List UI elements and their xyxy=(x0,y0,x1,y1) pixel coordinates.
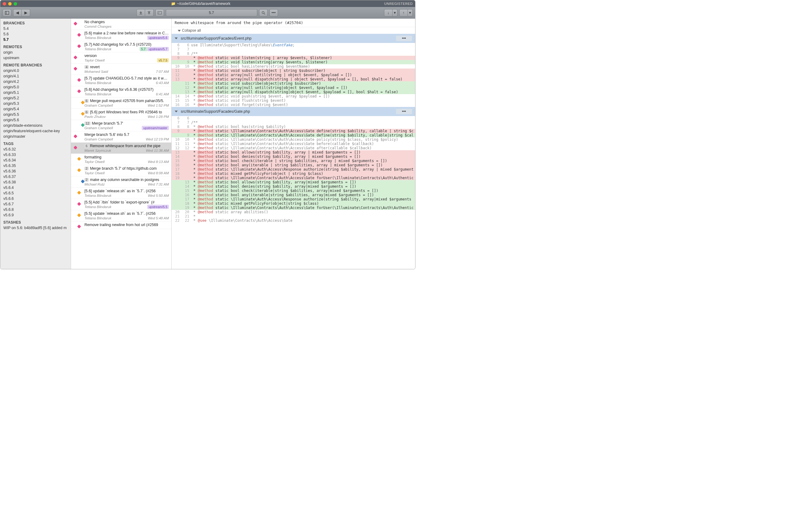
diff-line: 13 * @method static array|null dispatch(… xyxy=(172,90,415,94)
sidebar-item[interactable]: origin/5.5 xyxy=(0,112,71,117)
commit-row[interactable]: Merge branch '5.6' into 5.7Graham Campbe… xyxy=(71,131,171,143)
svg-rect-2 xyxy=(158,11,161,14)
graph-node-icon xyxy=(77,44,81,48)
sidebar-item[interactable]: v5.6.5 xyxy=(0,191,71,196)
sidebar-item[interactable]: v5.6.6 xyxy=(0,196,71,201)
sidebar-item[interactable]: v5.6.33 xyxy=(0,152,71,158)
stash-up-button[interactable]: ↑ xyxy=(399,9,408,16)
ref-badge: upstream/master xyxy=(142,126,169,130)
commit-row[interactable]: 6Remove whitespace from around the pipeM… xyxy=(71,143,171,154)
commit-row[interactable]: 6[5.6] port Windows test fixes PR #25646… xyxy=(71,109,171,120)
svg-line-4 xyxy=(264,13,265,14)
stash-down-menu[interactable]: ▾ xyxy=(393,9,397,16)
commit-row[interactable]: [5.7] Add changelog for v5.7.5 (#25720)T… xyxy=(71,41,171,52)
sidebar-item[interactable]: 5.4 xyxy=(0,26,71,31)
file-count-badge: 2 xyxy=(84,178,89,182)
sidebar-item[interactable]: v5.6.32 xyxy=(0,147,71,152)
search-button[interactable] xyxy=(259,9,268,16)
diff-line: 1515 * @method static void flush(string … xyxy=(172,98,415,103)
sidebar-item[interactable]: v5.6.8 xyxy=(0,207,71,212)
minimize-icon[interactable] xyxy=(8,2,12,5)
stash-up-menu[interactable]: ▾ xyxy=(408,9,413,16)
commit-row[interactable]: No changesCommit Changes xyxy=(71,19,171,30)
diff-line: 1414 * @method static void push(string $… xyxy=(172,94,415,98)
sidebar-item[interactable]: origin/4.2 xyxy=(0,79,71,84)
commit-row[interactable]: 6Merge pull request #25705 from pahan35/… xyxy=(71,98,171,109)
commit-row[interactable]: [5.5] Add `/bin` folder to `export-ignor… xyxy=(71,199,171,210)
sidebar-item[interactable]: v5.6.9 xyxy=(0,212,71,218)
file-count-badge: 12 xyxy=(84,121,91,125)
sidebar-toggle-button[interactable] xyxy=(3,9,11,16)
file-header[interactable]: src/Illuminate/Support/Facades/Gate.php•… xyxy=(172,107,415,116)
file-menu-button[interactable]: ••• xyxy=(396,36,412,41)
file-path: src/Illuminate/Support/Facades/Event.php xyxy=(181,36,252,40)
commit-row[interactable]: [5.6] make a 2 new line before new relea… xyxy=(71,30,171,41)
diff-line: 11 * @method static void subscribe(objec… xyxy=(172,68,415,73)
back-button[interactable]: ◀ xyxy=(13,9,22,16)
diff-line: 14 * @method static bool denies(string $… xyxy=(172,154,415,159)
sidebar-item[interactable]: origin/5.6 xyxy=(0,117,71,123)
commit-row[interactable]: versionTaylor Otwellv5.7.5 xyxy=(71,52,171,64)
sidebar-item[interactable]: v5.6.37 xyxy=(0,174,71,179)
commit-row[interactable]: [5.6] update `release.sh` as in `5.7`. (… xyxy=(71,188,171,199)
commit-row[interactable]: 2Merge branch '5.7' of https://github.co… xyxy=(71,165,171,176)
sidebar-item[interactable]: v5.6.4 xyxy=(0,185,71,191)
file-count-badge: 6 xyxy=(84,110,89,114)
sidebar-item[interactable]: WIP on 5.6: b4b89adf5 [5.6] added m xyxy=(0,225,71,231)
sidebar-item[interactable]: v5.6.34 xyxy=(0,158,71,163)
file-menu-button[interactable]: ••• xyxy=(396,109,412,114)
diff-line: 1010 * @method static bool hasListeners(… xyxy=(172,64,415,68)
sidebar-item[interactable]: v5.6.7 xyxy=(0,201,71,207)
more-button[interactable]: ••• xyxy=(269,9,278,16)
graph-node-icon xyxy=(74,134,77,138)
push-button[interactable] xyxy=(145,9,154,16)
sidebar[interactable]: BRANCHES5.45.65.7REMOTESoriginupstreamRE… xyxy=(0,19,71,269)
sidebar-item[interactable]: origin/master xyxy=(0,134,71,139)
sidebar-item[interactable]: origin/5.0 xyxy=(0,84,71,90)
file-count-badge: 6 xyxy=(84,144,89,148)
commit-title: Remove whitespace from around the pipe o… xyxy=(172,19,415,27)
diff-line: 1616 * @method static void forget(string… xyxy=(172,103,415,107)
sidebar-item[interactable]: origin/blade-extensions xyxy=(0,123,71,128)
graph-node-icon xyxy=(77,202,81,206)
commit-row[interactable]: 12Merge branch '5.7'Graham Campbellupstr… xyxy=(71,120,171,131)
zoom-icon[interactable] xyxy=(14,2,17,5)
commit-row[interactable]: 2make any column searchable in postgresM… xyxy=(71,176,171,188)
sidebar-item[interactable]: v5.6.38 xyxy=(0,179,71,185)
branch-field[interactable]: 5.7 xyxy=(166,9,257,16)
sidebar-item[interactable]: 5.7 xyxy=(0,37,71,42)
diff-line: 14 * @method static bool denies(string $… xyxy=(172,184,415,189)
commit-row[interactable]: [5.5] update `release.sh` as in `5.7`. (… xyxy=(71,210,171,222)
commit-row[interactable]: 4revertMohamed Said 7:07 AM xyxy=(71,64,171,75)
sidebar-item[interactable]: upstream xyxy=(0,55,71,61)
stash-down-button[interactable]: ↓ xyxy=(384,9,393,16)
file-header[interactable]: src/Illuminate/Support/Facades/Event.php… xyxy=(172,34,415,43)
graph-node-icon xyxy=(81,179,85,183)
sidebar-item[interactable]: origin/4.1 xyxy=(0,73,71,79)
sidebar-item[interactable]: origin/5.1 xyxy=(0,90,71,95)
terminal-button[interactable] xyxy=(156,9,164,16)
diff-line: 9 * @method static \Illuminate\Contracts… xyxy=(172,129,415,133)
commit-row[interactable]: Remove trailing newline from hot url (#2… xyxy=(71,222,171,229)
collapse-all-button[interactable]: Collapse all xyxy=(172,27,415,34)
sidebar-item[interactable]: origin/5.4 xyxy=(0,106,71,112)
commit-row[interactable]: [5.6] Add changelog for v5.6.36 (#25707)… xyxy=(71,86,171,98)
forward-button[interactable]: ▶ xyxy=(22,9,30,16)
sidebar-item[interactable]: origin/5.2 xyxy=(0,95,71,101)
pull-button[interactable] xyxy=(137,9,145,16)
diff-line: 17 * @method static \Illuminate\Auth\Acc… xyxy=(172,167,415,171)
titlebar: 📁 ~/code/GitHub/laravel/framework UNREGI… xyxy=(0,0,415,7)
sidebar-section-header: REMOTE BRANCHES xyxy=(0,61,71,68)
sidebar-item[interactable]: origin/feature/eloquent-cache-key xyxy=(0,128,71,134)
commit-row[interactable]: formattingTaylor Otwell Wed 8:13 AM xyxy=(71,154,171,165)
close-icon[interactable] xyxy=(3,2,6,5)
sidebar-item[interactable]: origin xyxy=(0,50,71,55)
commit-row[interactable]: [5.7] update CHANGELOG-5.7.md style as i… xyxy=(71,75,171,86)
sidebar-item[interactable]: v5.6.36 xyxy=(0,168,71,174)
sidebar-item[interactable]: 5.6 xyxy=(0,31,71,37)
sidebar-item[interactable]: origin/4.0 xyxy=(0,68,71,73)
commit-list[interactable]: No changesCommit Changes[5.6] make a 2 n… xyxy=(71,19,172,269)
ref-badge: upstream/5.6 xyxy=(147,36,169,40)
sidebar-item[interactable]: v5.6.35 xyxy=(0,163,71,168)
sidebar-item[interactable]: origin/5.3 xyxy=(0,101,71,106)
